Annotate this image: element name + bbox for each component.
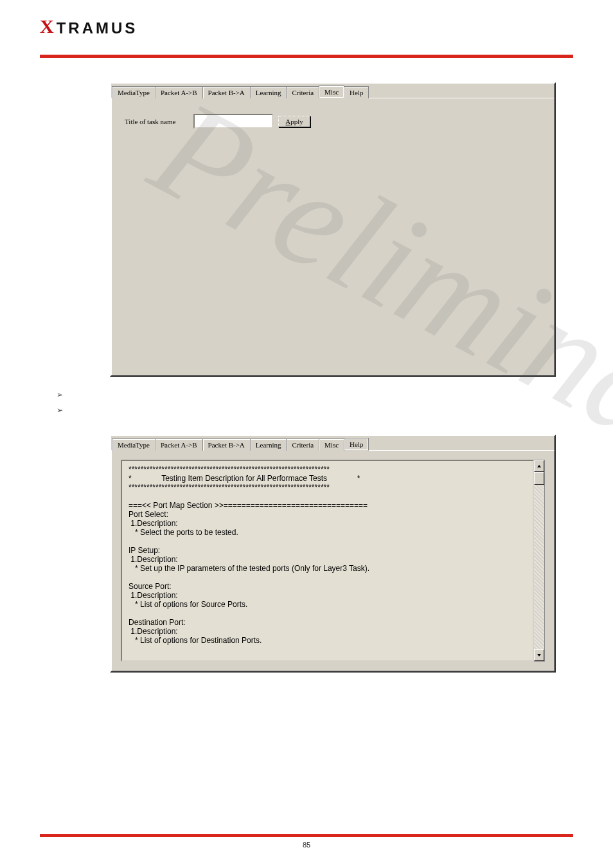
window-misc: MediaType Packet A->B Packet B->A Learni… xyxy=(110,82,556,377)
bullet-item: ➢ Title of task name: Set a title for th… xyxy=(57,388,613,400)
tab-packet-a-b[interactable]: Packet A->B xyxy=(155,86,203,98)
bullet-list: ➢ Title of task name: Set a title for th… xyxy=(57,388,613,415)
tab-packet-b-a[interactable]: Packet B->A xyxy=(202,86,251,98)
tab-packet-b-a-2[interactable]: Packet B->A xyxy=(202,439,251,451)
header-rule xyxy=(40,55,573,58)
logo: X TRAMUS xyxy=(40,17,573,36)
scroll-track[interactable] xyxy=(534,485,544,649)
help-textarea[interactable]: ****************************************… xyxy=(121,460,534,662)
logo-rest: TRAMUS xyxy=(57,21,138,36)
scrollbar[interactable] xyxy=(534,460,545,662)
scroll-down-button[interactable] xyxy=(534,649,544,661)
title-of-task-input[interactable] xyxy=(193,114,273,129)
apply-button[interactable]: Apply xyxy=(278,116,310,127)
tab-criteria-2[interactable]: Criteria xyxy=(286,439,319,451)
scroll-up-button[interactable] xyxy=(534,460,544,472)
footer-rule xyxy=(40,834,573,837)
apply-rest: pply xyxy=(290,118,303,125)
page-footer: 85 xyxy=(40,824,573,849)
tab-help-2[interactable]: Help xyxy=(344,438,369,451)
logo-x: X xyxy=(40,17,54,36)
misc-pane: Title of task name Apply xyxy=(111,98,555,375)
tab-criteria[interactable]: Criteria xyxy=(286,86,319,98)
tab-learning-2[interactable]: Learning xyxy=(250,439,287,451)
tab-learning[interactable]: Learning xyxy=(250,86,287,98)
tab-strip-misc: MediaType Packet A->B Packet B->A Learni… xyxy=(111,84,555,98)
tab-help[interactable]: Help xyxy=(344,86,369,98)
bullet-item: ➢ Apply: Click this to apply this settin… xyxy=(57,404,613,415)
tab-strip-help: MediaType Packet A->B Packet B->A Learni… xyxy=(111,436,555,450)
page-header: X TRAMUS Preliminary xyxy=(0,0,613,60)
help-pane: ****************************************… xyxy=(111,450,555,671)
tab-packet-a-b-2[interactable]: Packet A->B xyxy=(155,439,203,451)
chevron-up-icon xyxy=(537,464,542,469)
page-number: 85 xyxy=(40,841,573,849)
bullet-arrow-icon: ➢ xyxy=(57,390,63,399)
scroll-thumb[interactable] xyxy=(534,472,544,485)
tab-misc-2[interactable]: Misc xyxy=(319,439,344,451)
title-of-task-label: Title of task name xyxy=(125,118,175,125)
chevron-down-icon xyxy=(537,653,542,658)
tab-mediatype[interactable]: MediaType xyxy=(112,86,155,98)
tab-misc[interactable]: Misc xyxy=(319,86,344,98)
tab-mediatype-2[interactable]: MediaType xyxy=(112,439,155,451)
bullet-arrow-icon: ➢ xyxy=(57,406,63,415)
window-help: MediaType Packet A->B Packet B->A Learni… xyxy=(110,435,556,673)
